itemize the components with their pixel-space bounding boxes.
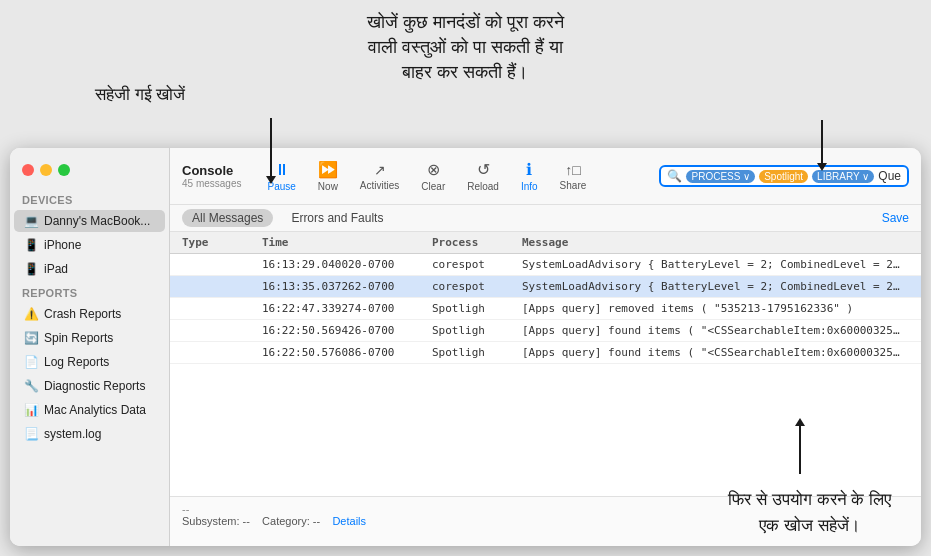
console-header: Console 45 messages [182,163,241,189]
clear-button[interactable]: ⊗ Clear [411,156,455,196]
cell-process: corespot [432,256,522,273]
reload-button[interactable]: ↺ Reload [457,156,509,196]
reload-icon: ↺ [477,160,490,179]
detail-link[interactable]: Details [332,515,366,527]
cell-time: 16:22:50.569426-0700 [262,322,432,339]
cell-message: SystemLoadAdvisory { BatteryLevel = 2; C… [522,256,909,273]
sidebar-item-crash-label: Crash Reports [44,307,121,321]
console-subtitle: 45 messages [182,178,241,189]
main-content: Console 45 messages ⏸ Pause ⏩ Now ↗ Acti… [170,148,921,546]
file-icon: 📃 [24,427,38,441]
now-label: Now [318,181,338,192]
annotation-left: सहेजी गई खोजें [95,85,185,105]
info-button[interactable]: ℹ Info [511,156,548,196]
diagnostic-icon: 🔧 [24,379,38,393]
cell-time: 16:13:29.040020-0700 [262,256,432,273]
cell-time: 16:22:50.576086-0700 [262,344,432,361]
close-button[interactable] [22,164,34,176]
library-tag[interactable]: LIBRARY ∨ [812,170,874,183]
sidebar-item-macbook[interactable]: 💻 Danny's MacBook... [14,210,165,232]
table-row[interactable]: 16:13:29.040020-0700 corespot SystemLoad… [170,254,921,276]
sidebar: DEVICES 💻 Danny's MacBook... 📱 iPhone 📱 … [10,148,170,546]
pause-icon: ⏸ [274,161,290,179]
sidebar-item-ipad[interactable]: 📱 iPad [14,258,165,280]
table-header: Type Time Process Message [170,232,921,254]
detail-category: Category: -- [262,515,320,527]
header-time: Time [262,234,432,251]
cell-type [182,256,262,273]
sidebar-item-mac-analytics[interactable]: 📊 Mac Analytics Data [14,399,165,421]
cell-message: SystemLoadAdvisory { BatteryLevel = 2; C… [522,278,909,295]
ipad-icon: 📱 [24,262,38,276]
cell-process: Spotligh [432,300,522,317]
sidebar-item-mac-analytics-label: Mac Analytics Data [44,403,146,417]
now-icon: ⏩ [318,160,338,179]
sidebar-item-ipad-label: iPad [44,262,68,276]
share-icon: ↑□ [565,162,580,178]
cell-type [182,300,262,317]
share-label: Share [560,180,587,191]
table-row[interactable]: 16:22:50.576086-0700 Spotligh [Apps quer… [170,342,921,364]
analytics-icon: 📊 [24,403,38,417]
save-button[interactable]: Save [882,211,909,225]
sidebar-item-iphone-label: iPhone [44,238,81,252]
header-message: Message [522,234,909,251]
info-icon: ℹ [526,160,532,179]
sidebar-item-log-label: Log Reports [44,355,109,369]
warning-icon: ⚠️ [24,307,38,321]
maximize-button[interactable] [58,164,70,176]
all-messages-filter[interactable]: All Messages [182,209,273,227]
annotation-top: खोजें कुछ मानदंडों को पूरा करने वाली वस्… [0,10,931,86]
detail-panel: -- Subsystem: -- Category: -- Details [170,496,921,546]
spotlight-tag[interactable]: Spotlight [759,170,808,183]
table-row[interactable]: 16:22:50.569426-0700 Spotligh [Apps quer… [170,320,921,342]
header-type: Type [182,234,262,251]
toolbar: Console 45 messages ⏸ Pause ⏩ Now ↗ Acti… [170,148,921,205]
cell-time: 16:22:47.339274-0700 [262,300,432,317]
now-button[interactable]: ⏩ Now [308,156,348,196]
cell-process: Spotligh [432,344,522,361]
app-window: DEVICES 💻 Danny's MacBook... 📱 iPhone 📱 … [10,148,921,546]
sidebar-item-iphone[interactable]: 📱 iPhone [14,234,165,256]
search-bar[interactable]: 🔍 PROCESS ∨ Spotlight LIBRARY ∨ Que [659,165,909,187]
clear-label: Clear [421,181,445,192]
devices-section-label: DEVICES [10,188,169,209]
sidebar-item-macbook-label: Danny's MacBook... [44,214,150,228]
sidebar-item-diagnostic-reports[interactable]: 🔧 Diagnostic Reports [14,375,165,397]
info-label: Info [521,181,538,192]
minimize-button[interactable] [40,164,52,176]
sidebar-item-system-log-label: system.log [44,427,101,441]
detail-info: Subsystem: -- Category: -- Details [182,515,909,527]
sidebar-item-spin-label: Spin Reports [44,331,113,345]
cell-type [182,344,262,361]
errors-faults-filter[interactable]: Errors and Faults [281,209,393,227]
toolbar-buttons: ⏸ Pause ⏩ Now ↗ Activities ⊗ Clear ↺ R [257,156,659,196]
process-tag[interactable]: PROCESS ∨ [686,170,755,183]
sidebar-item-system-log[interactable]: 📃 system.log [14,423,165,445]
table-row[interactable]: 16:13:35.037262-0700 corespot SystemLoad… [170,276,921,298]
log-table[interactable]: Type Time Process Message 16:13:29.04002… [170,232,921,496]
activities-icon: ↗ [374,162,386,178]
table-row[interactable]: 16:22:47.339274-0700 Spotligh [Apps quer… [170,298,921,320]
share-button[interactable]: ↑□ Share [550,158,597,195]
sidebar-item-log-reports[interactable]: 📄 Log Reports [14,351,165,373]
pause-button[interactable]: ⏸ Pause [257,157,305,196]
log-icon: 📄 [24,355,38,369]
reload-label: Reload [467,181,499,192]
cell-time: 16:13:35.037262-0700 [262,278,432,295]
search-icon: 🔍 [667,169,682,183]
search-query-text: Que [878,169,901,183]
filter-bar: All Messages Errors and Faults Save [170,205,921,232]
cell-process: Spotligh [432,322,522,339]
sidebar-item-diagnostic-label: Diagnostic Reports [44,379,145,393]
cell-type [182,278,262,295]
iphone-icon: 📱 [24,238,38,252]
cell-process: corespot [432,278,522,295]
detail-separator: -- [182,503,909,515]
activities-button[interactable]: ↗ Activities [350,158,409,195]
laptop-icon: 💻 [24,214,38,228]
header-process: Process [432,234,522,251]
activities-label: Activities [360,180,399,191]
sidebar-item-spin-reports[interactable]: 🔄 Spin Reports [14,327,165,349]
sidebar-item-crash-reports[interactable]: ⚠️ Crash Reports [14,303,165,325]
